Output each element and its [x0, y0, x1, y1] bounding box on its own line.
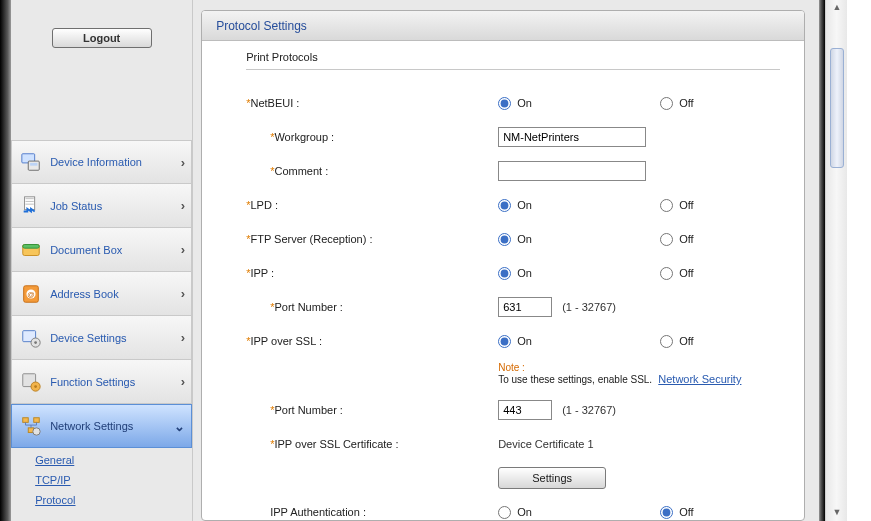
- svg-rect-15: [23, 418, 29, 423]
- svg-point-18: [33, 428, 40, 435]
- ipp-ssl-on[interactable]: On: [498, 335, 648, 348]
- svg-rect-5: [23, 244, 40, 248]
- sidebar-item-function-settings[interactable]: Function Settings ›: [11, 360, 192, 404]
- note-link-network-security[interactable]: Network Security: [658, 373, 741, 385]
- row-comment: *Comment :: [246, 154, 780, 188]
- sidebar-item-label: Document Box: [50, 244, 122, 256]
- sidebar-item-label: Address Book: [50, 288, 118, 300]
- logout-area: Logout: [11, 0, 192, 140]
- settings-button[interactable]: Settings: [498, 467, 606, 489]
- lpd-off[interactable]: Off: [660, 199, 780, 212]
- sublink-general[interactable]: General: [35, 454, 74, 466]
- label-ipp-ssl: *IPP over SSL :: [246, 335, 486, 347]
- comment-input[interactable]: [498, 161, 646, 181]
- svg-point-14: [34, 385, 37, 388]
- chevron-right-icon: ›: [181, 330, 185, 345]
- sidebar-item-label: Function Settings: [50, 376, 135, 388]
- function-settings-icon: [18, 369, 44, 395]
- ftp-on[interactable]: On: [498, 233, 648, 246]
- ipp-ssl-off[interactable]: Off: [660, 335, 780, 348]
- chevron-right-icon: ›: [181, 155, 185, 170]
- label-comment: *Comment :: [246, 165, 486, 177]
- ipp-ssl-cert-value: Device Certificate 1: [498, 438, 648, 450]
- sidebar-item-job-status[interactable]: Job Status ›: [11, 184, 192, 228]
- sublink-tcpip[interactable]: TCP/IP: [35, 474, 70, 486]
- label-ipp-port: *Port Number :: [246, 301, 486, 313]
- ipp-ssl-port-hint: (1 - 32767): [562, 404, 616, 416]
- ipp-port-input[interactable]: [498, 297, 552, 317]
- scroll-down-icon[interactable]: ▼: [831, 507, 843, 519]
- row-ipp-ssl-cert: *IPP over SSL Certificate : Device Certi…: [246, 427, 780, 461]
- frame-gradient-left: [0, 0, 11, 521]
- label-ipp-ssl-cert: *IPP over SSL Certificate :: [246, 438, 486, 450]
- content-frame: Logout Device Information › Job Status ›: [0, 0, 825, 521]
- document-box-icon: [18, 237, 44, 263]
- label-netbeui: *NetBEUI :: [246, 97, 486, 109]
- chevron-down-icon: ⌄: [174, 419, 185, 434]
- row-ipp-auth: IPP Authentication : On Off: [246, 495, 780, 520]
- scroll-thumb[interactable]: [830, 48, 844, 168]
- netbeui-off[interactable]: Off: [660, 97, 780, 110]
- sidebar-item-device-settings[interactable]: Device Settings ›: [11, 316, 192, 360]
- ipp-on[interactable]: On: [498, 267, 648, 280]
- svg-text:@: @: [27, 289, 34, 298]
- card-header: Protocol Settings: [202, 11, 804, 41]
- svg-rect-2: [30, 163, 37, 166]
- row-lpd: *LPD : On Off: [246, 188, 780, 222]
- sidebar-item-label: Device Settings: [50, 332, 126, 344]
- ipp-port-hint: (1 - 32767): [562, 301, 616, 313]
- label-workgroup: *Workgroup :: [246, 131, 486, 143]
- sidebar: Logout Device Information › Job Status ›: [11, 0, 193, 521]
- note-title: Note :: [498, 362, 780, 373]
- sidebar-item-label: Device Information: [50, 156, 142, 168]
- chevron-right-icon: ›: [181, 198, 185, 213]
- viewport: Logout Device Information › Job Status ›: [0, 0, 871, 521]
- card-body: Print Protocols *NetBEUI : On Off *Workg…: [202, 41, 804, 520]
- main: Protocol Settings Print Protocols *NetBE…: [193, 0, 819, 521]
- row-ipp-port: *Port Number : (1 - 32767): [246, 290, 780, 324]
- panel: Logout Device Information › Job Status ›: [11, 0, 819, 521]
- note-text: To use these settings, enable SSL.: [498, 374, 652, 385]
- network-settings-icon: [18, 413, 44, 439]
- scroll-up-icon[interactable]: ▲: [831, 2, 843, 14]
- label-ftp: *FTP Server (Reception) :: [246, 233, 486, 245]
- sidebar-item-network-settings[interactable]: Network Settings ⌄: [11, 404, 192, 448]
- ipp-ssl-port-input[interactable]: [498, 400, 552, 420]
- row-ipp-ssl-port: *Port Number : (1 - 32767): [246, 393, 780, 427]
- logout-button[interactable]: Logout: [52, 28, 152, 48]
- row-settings-button: Settings: [246, 461, 780, 495]
- ipp-auth-on[interactable]: On: [498, 506, 648, 519]
- sidebar-item-document-box[interactable]: Document Box ›: [11, 228, 192, 272]
- workgroup-input[interactable]: [498, 127, 646, 147]
- svg-point-11: [34, 341, 37, 344]
- device-information-icon: [18, 149, 44, 175]
- sublink-protocol[interactable]: Protocol: [35, 494, 75, 506]
- ipp-off[interactable]: Off: [660, 267, 780, 280]
- job-status-icon: [18, 193, 44, 219]
- outer-scrollbar[interactable]: ▲ ▼: [825, 0, 847, 521]
- sidebar-item-label: Network Settings: [50, 420, 133, 432]
- label-lpd: *LPD :: [246, 199, 486, 211]
- chevron-right-icon: ›: [181, 374, 185, 389]
- lpd-on[interactable]: On: [498, 199, 648, 212]
- label-ipp: *IPP :: [246, 267, 486, 279]
- chevron-right-icon: ›: [181, 242, 185, 257]
- row-ipp: *IPP : On Off: [246, 256, 780, 290]
- device-settings-icon: [18, 325, 44, 351]
- row-ftp: *FTP Server (Reception) : On Off: [246, 222, 780, 256]
- ipp-auth-off[interactable]: Off: [660, 506, 780, 519]
- address-book-icon: @: [18, 281, 44, 307]
- row-ipp-ssl: *IPP over SSL : On Off: [246, 324, 780, 358]
- netbeui-on[interactable]: On: [498, 97, 648, 110]
- sidebar-item-device-information[interactable]: Device Information ›: [11, 140, 192, 184]
- label-ipp-ssl-port: *Port Number :: [246, 404, 486, 416]
- ftp-off[interactable]: Off: [660, 233, 780, 246]
- row-netbeui: *NetBEUI : On Off: [246, 86, 780, 120]
- svg-rect-16: [34, 418, 40, 423]
- section-title: Print Protocols: [246, 51, 780, 63]
- page-title: Protocol Settings: [216, 19, 307, 33]
- label-ipp-auth: IPP Authentication :: [246, 506, 486, 518]
- divider: [246, 69, 780, 70]
- row-workgroup: *Workgroup :: [246, 120, 780, 154]
- sidebar-item-address-book[interactable]: @ Address Book ›: [11, 272, 192, 316]
